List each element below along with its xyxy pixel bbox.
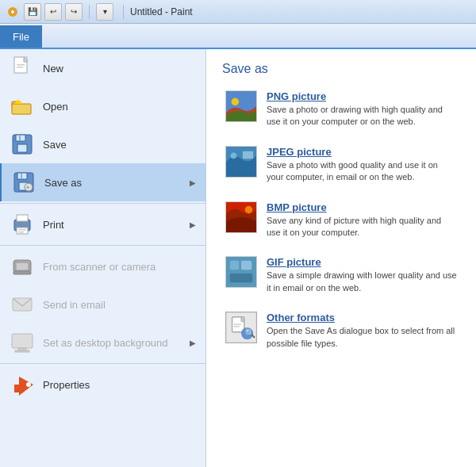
gif-format-desc: Save a simple drawing with lower quality… — [267, 270, 457, 294]
svg-rect-12 — [19, 136, 21, 140]
divider-2 — [0, 245, 205, 246]
svg-point-35 — [231, 152, 237, 159]
svg-rect-16 — [21, 174, 22, 178]
svg-rect-22 — [18, 229, 26, 231]
svg-rect-41 — [241, 261, 251, 270]
format-item-gif[interactable]: GIF picture Save a simple drawing with l… — [222, 253, 460, 297]
menu-item-scanner-label: From scanner or camera — [43, 261, 155, 273]
main-area: New Open Save — [0, 49, 476, 467]
jpeg-format-desc: Save a photo with good quality and use i… — [267, 159, 457, 184]
menu-item-scanner: From scanner or camera — [0, 247, 205, 285]
svg-rect-47 — [234, 326, 240, 327]
jpeg-format-name: JPEG picture — [267, 146, 457, 158]
desktop-bg-icon — [10, 330, 35, 355]
undo-button[interactable]: ↩ — [44, 3, 62, 21]
customize-button[interactable]: ▾ — [96, 3, 113, 21]
menu-item-save-label: Save — [43, 139, 67, 151]
gif-format-icon — [225, 256, 257, 288]
svg-point-33 — [232, 98, 240, 106]
menu-item-open-label: Open — [43, 101, 68, 113]
bmp-format-name: BMP picture — [267, 201, 457, 213]
menu-item-email-label: Send in email — [43, 299, 106, 311]
png-format-text: PNG picture Save a photo or drawing with… — [267, 90, 457, 128]
bmp-format-text: BMP picture Save any kind of picture wit… — [267, 201, 457, 239]
menu-item-new-label: New — [43, 63, 63, 75]
divider-3 — [0, 363, 205, 364]
svg-rect-46 — [234, 323, 242, 324]
right-panel: Save as PNG picture Save a photo or draw… — [206, 49, 476, 467]
bmp-format-desc: Save any kind of picture with high quali… — [267, 215, 457, 239]
format-item-jpeg[interactable]: JPEG picture Save a photo with good qual… — [222, 143, 460, 187]
save-as-icon: + — [11, 170, 36, 195]
svg-rect-20 — [17, 215, 28, 221]
open-icon — [10, 94, 35, 119]
other-format-icon: 🔍 — [225, 312, 257, 343]
other-format-text: Other formats Open the Save As dialogue … — [267, 312, 457, 350]
format-item-other[interactable]: 🔍 Other formats Open the Save As dialogu… — [222, 308, 460, 353]
jpeg-format-text: JPEG picture Save a photo with good qual… — [267, 146, 457, 184]
svg-rect-40 — [230, 261, 239, 270]
email-icon — [10, 292, 35, 317]
menu-item-print-label: Print — [43, 219, 64, 231]
gif-format-name: GIF picture — [267, 256, 457, 268]
save-icon — [10, 132, 35, 157]
format-item-png[interactable]: PNG picture Save a photo or drawing with… — [222, 87, 460, 132]
jpeg-format-icon — [225, 146, 257, 178]
menu-item-save-as[interactable]: + Save as ▶ — [0, 163, 205, 201]
scanner-icon — [10, 254, 35, 279]
divider-1 — [0, 203, 205, 204]
png-format-desc: Save a photo or drawing with high qualit… — [267, 104, 457, 128]
menu-item-open[interactable]: Open — [0, 87, 205, 125]
png-format-name: PNG picture — [267, 90, 457, 102]
ribbon: File — [0, 24, 476, 49]
svg-rect-26 — [13, 271, 31, 274]
save-as-title: Save as — [222, 62, 460, 76]
title-separator — [123, 5, 124, 19]
svg-rect-4 — [17, 64, 25, 66]
print-arrow: ▶ — [190, 220, 196, 229]
svg-text:+: + — [26, 185, 29, 190]
other-format-name: Other formats — [267, 312, 457, 323]
svg-rect-5 — [17, 67, 23, 68]
menu-item-save[interactable]: Save — [0, 125, 205, 163]
svg-rect-23 — [18, 232, 24, 233]
save-as-arrow: ▶ — [190, 178, 196, 187]
desktop-bg-arrow: ▶ — [190, 339, 196, 347]
left-menu: New Open Save — [0, 49, 206, 467]
app-icon — [6, 6, 19, 18]
svg-rect-36 — [243, 151, 253, 159]
title-bar: 💾 ↩ ↪ ▾ Untitled - Paint — [0, 0, 476, 24]
svg-rect-28 — [12, 334, 33, 348]
window-title: Untitled - Paint — [130, 6, 193, 17]
new-icon — [10, 56, 35, 81]
svg-text:🔍: 🔍 — [244, 328, 256, 339]
toolbar-separator — [89, 5, 90, 19]
png-format-icon — [225, 90, 257, 122]
svg-point-38 — [245, 205, 253, 213]
svg-rect-25 — [16, 262, 29, 270]
gif-format-text: GIF picture Save a simple drawing with l… — [267, 256, 457, 294]
menu-item-properties[interactable]: Properties — [0, 366, 205, 404]
svg-rect-7 — [12, 104, 31, 114]
svg-rect-42 — [230, 274, 253, 282]
menu-item-desktop-bg: Set as desktop background ▶ — [0, 323, 205, 362]
svg-point-1 — [11, 10, 14, 13]
save-quick-button[interactable]: 💾 — [24, 3, 41, 21]
format-item-bmp[interactable]: BMP picture Save any kind of picture wit… — [222, 198, 460, 243]
svg-point-31 — [26, 382, 31, 387]
redo-button[interactable]: ↪ — [65, 3, 83, 21]
svg-rect-11 — [17, 144, 27, 152]
menu-item-email: Send in email — [0, 285, 205, 323]
svg-rect-21 — [17, 228, 28, 234]
menu-item-properties-label: Properties — [43, 379, 90, 391]
menu-item-new[interactable]: New — [0, 49, 205, 87]
menu-item-print[interactable]: Print ▶ — [0, 205, 205, 243]
file-tab[interactable]: File — [0, 25, 42, 48]
bmp-format-icon — [225, 201, 257, 233]
other-format-desc: Open the Save As dialogue box to select … — [267, 325, 457, 350]
toolbar-buttons: 💾 ↩ ↪ ▾ — [24, 3, 113, 21]
menu-item-save-as-label: Save as — [44, 177, 82, 189]
svg-rect-30 — [15, 350, 29, 352]
print-icon — [10, 212, 35, 237]
properties-icon — [10, 372, 35, 397]
